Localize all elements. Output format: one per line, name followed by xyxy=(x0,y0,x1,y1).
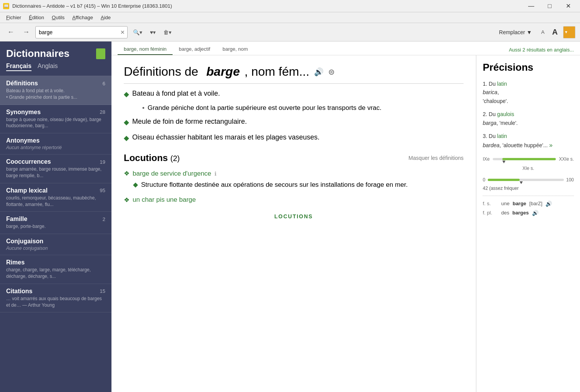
history-button[interactable]: 🗑▾ xyxy=(161,26,174,38)
menu-outils[interactable]: Outils xyxy=(49,14,68,21)
audio-button-fpl[interactable]: 🔊 xyxy=(532,210,538,216)
sidebar-item-rimes[interactable]: Rimes charge, charge, large, marge, télé… xyxy=(0,255,111,284)
forward-button[interactable]: → xyxy=(20,26,32,38)
language-tabs: Français Anglais xyxy=(0,63,111,76)
definition-item-2: ◆ Meule de foin de forme rectangulaire. xyxy=(124,116,464,128)
locutions-section-label: LOCUTIONS xyxy=(124,213,464,219)
definitions-list: ◆ Bateau à fond plat et à voile. • Grand… xyxy=(124,88,464,143)
sidebar-item-definitions[interactable]: Définitions 6 Bateau à fond plat et à vo… xyxy=(0,76,111,105)
locution-item-2: ❖ un char pis une barge xyxy=(124,196,464,204)
title-prefix: Définitions de xyxy=(124,65,202,79)
sidebar-title: Dictionnaires xyxy=(6,48,70,60)
pronunciation-section: f. s. une barge [barZ] 🔊 f. pl. des barg… xyxy=(483,201,574,216)
english-results-link[interactable]: Aussi 2 résultats en anglais... xyxy=(509,45,574,55)
timeline-section: IXe XXIe s. XIe s. xyxy=(483,156,574,171)
tabs-bar: barge, nom féminin barge, adjectif barge… xyxy=(111,42,580,55)
font-size-large[interactable]: A xyxy=(550,26,560,38)
timeline-marker: XIe s. xyxy=(522,166,534,171)
locution-title-1[interactable]: ❖ barge de service d'urgence ℹ xyxy=(124,169,464,178)
frequency-bar xyxy=(488,179,564,181)
sidebar-item-antonymes[interactable]: Antonymes Aucun antonyme répertorié xyxy=(0,133,111,154)
remplacer-button[interactable]: Remplacer ▼ xyxy=(495,26,536,38)
content-title: Définitions de barge , nom fém... 🔊 ⊜ xyxy=(124,65,464,84)
menu-aide[interactable]: Aide xyxy=(98,14,114,21)
info-icon[interactable]: ℹ xyxy=(214,171,216,177)
tab-barge-adjectif[interactable]: barge, adjectif xyxy=(173,44,216,55)
color-picker[interactable]: ▼ xyxy=(563,26,575,38)
pronunciation-feminine-plural: f. pl. des barges 🔊 xyxy=(483,210,574,216)
sidebar: Dictionnaires Français Anglais Définitio… xyxy=(0,42,111,392)
sidebar-item-citations[interactable]: Citations 15 … voit amarrés aux quais be… xyxy=(0,284,111,313)
timeline-end: XXIe s. xyxy=(559,156,574,162)
sidebar-item-synonymes[interactable]: Synonymes 28 barge à queue noire, oiseau… xyxy=(0,105,111,134)
search-clear-button[interactable]: ✕ xyxy=(118,28,127,37)
sidebar-icon xyxy=(96,48,105,59)
close-button[interactable]: ✕ xyxy=(559,0,577,12)
font-size-small[interactable]: A xyxy=(539,28,547,37)
etymology-2: 2. Du gaulois barga, 'meule'. xyxy=(483,110,574,127)
window-title: Dictionnaires – Antidote – v1 b7 (415) –… xyxy=(12,3,172,9)
sidebar-item-famille[interactable]: Famille 2 barge, porte-barge. xyxy=(0,212,111,234)
search-box: ✕ xyxy=(35,26,128,38)
frequency-value: 42 (assez fréquer xyxy=(483,186,574,191)
title-suffix: , nom fém... xyxy=(244,65,309,79)
right-panel: Précisions 1. Du latin barica,'chaloupe'… xyxy=(476,55,580,392)
precisions-title: Précisions xyxy=(483,61,574,73)
locutions-title: Locutions xyxy=(124,153,168,163)
etymology-3: 3. Du latin bardea, 'alouette huppée'...… xyxy=(483,132,574,150)
locution-item-1: ❖ barge de service d'urgence ℹ ◆ Structu… xyxy=(124,169,464,190)
tab-barge-nom[interactable]: barge, nom xyxy=(216,44,254,55)
maximize-button[interactable]: □ xyxy=(541,0,558,12)
sidebar-header: Dictionnaires xyxy=(0,42,111,63)
sidebar-item-conjugaison[interactable]: Conjugaison Aucune conjugaison xyxy=(0,234,111,255)
locutions-header: Locutions (2) Masquer les définitions xyxy=(124,153,464,163)
options-icon[interactable]: ⊜ xyxy=(328,67,335,76)
locutions-section: Locutions (2) Masquer les définitions ❖ … xyxy=(124,153,464,219)
definition-sub-1: • Grande péniche dont la partie supérieu… xyxy=(142,104,464,112)
app-icon: 📖 xyxy=(3,3,9,9)
search-options-button[interactable]: 🔍▾ xyxy=(131,26,145,38)
lang-tab-anglais[interactable]: Anglais xyxy=(38,63,58,71)
back-button[interactable]: ← xyxy=(5,26,17,38)
search-input[interactable] xyxy=(36,29,118,35)
sidebar-item-champ-lexical[interactable]: Champ lexical 95 courlis, remorqueur, bé… xyxy=(0,183,111,212)
frequency-section: 0 100 42 (assez fréquer xyxy=(483,177,574,191)
main-layout: Dictionnaires Français Anglais Définitio… xyxy=(0,42,580,392)
menu-affichage[interactable]: Affichage xyxy=(69,14,96,21)
definition-item-1: ◆ Bateau à fond plat et à voile. xyxy=(124,88,464,100)
masquer-definitions-button[interactable]: Masquer les définitions xyxy=(409,155,464,161)
sidebar-item-cooccurrences[interactable]: Cooccurrences 19 barge amarrée, barge ro… xyxy=(0,154,111,183)
locution-title-2[interactable]: ❖ un char pis une barge xyxy=(124,196,464,204)
lang-tab-francais[interactable]: Français xyxy=(6,63,32,71)
menu-bar: Fichier Édition Outils Affichage Aide xyxy=(0,12,580,23)
content-area: barge, nom féminin barge, adjectif barge… xyxy=(111,42,580,392)
favorites-button[interactable]: ♥▾ xyxy=(148,26,158,38)
pronunciation-feminine-singular: f. s. une barge [barZ] 🔊 xyxy=(483,201,574,207)
divider xyxy=(483,196,574,196)
more-arrow[interactable]: » xyxy=(549,142,553,148)
locution-def-1: ◆ Structure flottante destinée aux opéra… xyxy=(133,180,464,190)
audio-icon[interactable]: 🔊 xyxy=(314,67,324,76)
tab-barge-nom-feminin[interactable]: barge, nom féminin xyxy=(118,44,173,55)
main-content: Définitions de barge , nom fém... 🔊 ⊜ ◆ … xyxy=(111,55,476,392)
etymology-1: 1. Du latin barica,'chaloupe'. xyxy=(483,80,574,105)
title-bar: 📖 Dictionnaires – Antidote – v1 b7 (415)… xyxy=(0,0,580,12)
minimize-button[interactable]: — xyxy=(522,0,540,12)
audio-button-fs[interactable]: 🔊 xyxy=(545,201,552,207)
menu-fichier[interactable]: Fichier xyxy=(3,14,24,21)
locutions-count: (2) xyxy=(170,154,179,163)
definition-item-3: ◆ Oiseau échassier habitant les marais e… xyxy=(124,132,464,143)
toolbar: ← → ✕ 🔍▾ ♥▾ 🗑▾ Remplacer ▼ A A ▼ xyxy=(0,23,580,42)
title-word: barge xyxy=(206,65,240,79)
timeline-start: IXe xyxy=(483,156,490,162)
menu-edition[interactable]: Édition xyxy=(26,14,47,21)
window-controls: — □ ✕ xyxy=(522,0,577,12)
